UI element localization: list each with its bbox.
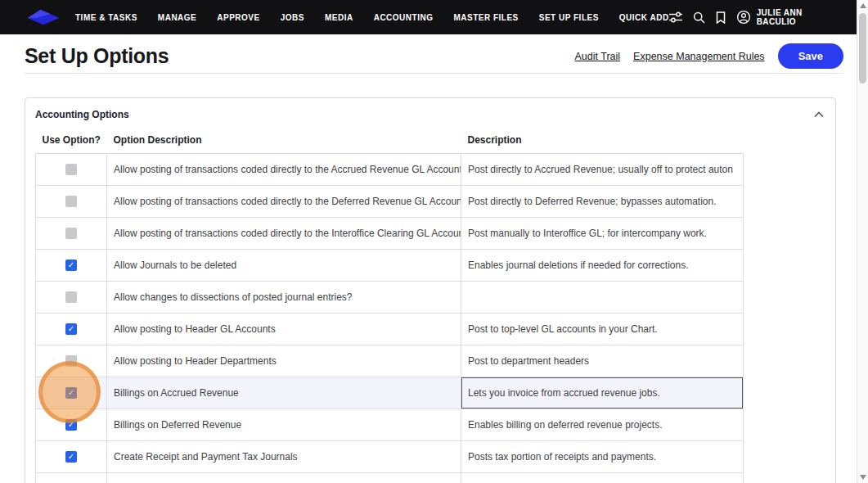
scrollbar-thumb[interactable] <box>859 13 866 84</box>
use-option-cell: ✓ <box>36 377 107 409</box>
use-option-cell: ✓ <box>36 314 107 345</box>
description-cell: Enables journal deletions if needed for … <box>461 250 744 282</box>
vertical-scrollbar[interactable] <box>857 0 868 483</box>
use-option-checkbox[interactable] <box>65 355 77 367</box>
use-option-checkbox[interactable]: ✓ <box>65 387 77 399</box>
empty-cell <box>36 473 107 483</box>
nav-item-approve[interactable]: APPROVE <box>217 13 259 22</box>
bookmark-icon[interactable] <box>716 11 726 24</box>
save-button[interactable]: Save <box>778 43 843 69</box>
sliders-icon[interactable] <box>669 11 682 23</box>
description-cell: Post to department headers <box>461 345 744 377</box>
table-row: Allow posting of transactions coded dire… <box>36 186 744 218</box>
header-actions: Audit Trail Expense Management Rules Sav… <box>575 43 843 69</box>
table-row: ✓Create Receipt and Payment Tax Journals… <box>36 441 744 473</box>
use-option-checkbox[interactable] <box>65 228 77 239</box>
use-option-checkbox[interactable]: ✓ <box>65 323 77 335</box>
table-row: Allow posting of transactions coded dire… <box>36 218 744 250</box>
use-option-checkbox[interactable]: ✓ <box>65 451 77 463</box>
nav-item-set-up-files[interactable]: SET UP FILES <box>539 13 599 22</box>
col-description: Description <box>461 129 744 154</box>
user-icon <box>736 10 751 25</box>
app-logo-icon[interactable] <box>25 7 62 27</box>
panel-header: Accounting Options <box>25 98 835 129</box>
option-description-cell: Allow posting of transactions coded dire… <box>107 154 461 186</box>
description-cell <box>461 282 744 314</box>
table-row: Allow posting of transactions coded dire… <box>36 154 744 186</box>
option-description-cell: Billings on Accrued Revenue <box>107 377 461 409</box>
user-menu[interactable]: JULIE ANN BACULIO <box>736 8 807 26</box>
nav-item-manage[interactable]: MANAGE <box>158 13 196 22</box>
use-option-checkbox[interactable]: ✓ <box>65 419 77 431</box>
table-row: ✓Allow Journals to be deletedEnables jou… <box>36 250 744 282</box>
use-option-checkbox[interactable]: ✓ <box>65 260 77 271</box>
option-description-cell: Allow posting to Header Departments <box>107 345 461 377</box>
scroll-down-arrow-icon[interactable] <box>860 475 866 480</box>
description-cell: Post directly to Accrued Revenue; usuall… <box>461 154 744 186</box>
option-description-cell: Allow posting to Header GL Accounts <box>107 314 461 345</box>
nav-item-media[interactable]: MEDIA <box>325 13 353 22</box>
option-description-cell: Allow Journals to be deleted <box>107 250 461 282</box>
expense-management-rules-link[interactable]: Expense Management Rules <box>633 51 765 62</box>
chevron-up-icon[interactable] <box>814 111 824 118</box>
col-use-option: Use Option? <box>36 129 107 154</box>
description-cell: Post manually to Interoffice GL; for int… <box>461 218 744 250</box>
table-header-row: Use Option? Option Description Descripti… <box>36 129 744 154</box>
use-option-cell <box>36 282 107 314</box>
table-row: Allow posting to Header DepartmentsPost … <box>36 345 744 377</box>
search-icon[interactable] <box>693 11 705 24</box>
description-cell: Post directly to Deferred Revenue; bypas… <box>461 186 744 218</box>
user-name: JULIE ANN BACULIO <box>757 8 807 26</box>
nav-item-time-tasks[interactable]: TIME & TASKS <box>75 13 137 22</box>
empty-cell <box>461 473 744 483</box>
col-option-description: Option Description <box>107 129 461 154</box>
use-option-cell: ✓ <box>36 441 107 473</box>
description-cell: Posts tax portion of receipts and paymen… <box>461 441 744 473</box>
page: TIME & TASKSMANAGEAPPROVEJOBSMEDIAACCOUN… <box>0 0 868 483</box>
use-option-checkbox[interactable] <box>65 164 77 175</box>
option-description-cell: Allow posting of transactions coded dire… <box>107 186 461 218</box>
accounting-options-panel: Accounting Options Use Option? Option De… <box>25 97 836 483</box>
nav-item-master-files[interactable]: MASTER FILES <box>453 13 518 22</box>
use-option-cell <box>36 154 107 186</box>
nav-right: JULIE ANN BACULIO <box>669 8 807 26</box>
scroll-up-arrow-icon[interactable] <box>860 3 866 8</box>
use-option-cell: ✓ <box>36 409 107 441</box>
option-description-cell: Create Receipt and Payment Tax Journals <box>107 441 461 473</box>
option-description-cell: Billings on Deferred Revenue <box>107 409 461 441</box>
table-row: ✓Billings on Accrued RevenueLets you inv… <box>36 377 744 409</box>
use-option-cell: ✓ <box>36 250 107 282</box>
option-description-cell: Allow changes to dissections of posted j… <box>107 282 461 314</box>
nav-item-quick-add[interactable]: QUICK ADD <box>619 13 669 22</box>
use-option-cell <box>36 345 107 377</box>
audit-trail-link[interactable]: Audit Trail <box>575 51 621 62</box>
nav-item-accounting[interactable]: ACCOUNTING <box>374 13 434 22</box>
page-header: Set Up Options Audit Trail Expense Manag… <box>25 34 843 74</box>
table-row: ✓Allow posting to Header GL AccountsPost… <box>36 314 744 345</box>
top-navbar: TIME & TASKSMANAGEAPPROVEJOBSMEDIAACCOUN… <box>0 0 868 34</box>
table-row: ✓Billings on Deferred RevenueEnables bil… <box>36 409 744 441</box>
option-description-cell: Allow posting of transactions coded dire… <box>107 218 461 250</box>
nav-menu: TIME & TASKSMANAGEAPPROVEJOBSMEDIAACCOUN… <box>75 13 669 22</box>
options-table-wrap: Use Option? Option Description Descripti… <box>25 129 835 483</box>
use-option-cell <box>36 218 107 250</box>
use-option-checkbox[interactable] <box>65 196 77 207</box>
use-option-cell <box>36 186 107 218</box>
page-title: Set Up Options <box>25 44 169 68</box>
table-row-partial <box>36 473 744 483</box>
options-table: Use Option? Option Description Descripti… <box>35 129 744 483</box>
description-cell: Enables billing on deferred revenue proj… <box>461 409 744 441</box>
use-option-checkbox[interactable] <box>65 291 77 303</box>
table-row: Allow changes to dissections of posted j… <box>36 282 744 314</box>
panel-title: Accounting Options <box>35 109 129 120</box>
description-cell: Post to top-level GL accounts in your Ch… <box>461 314 744 345</box>
nav-item-jobs[interactable]: JOBS <box>281 13 304 22</box>
empty-cell <box>107 473 461 483</box>
description-cell: Lets you invoice from accrued revenue jo… <box>461 377 744 409</box>
